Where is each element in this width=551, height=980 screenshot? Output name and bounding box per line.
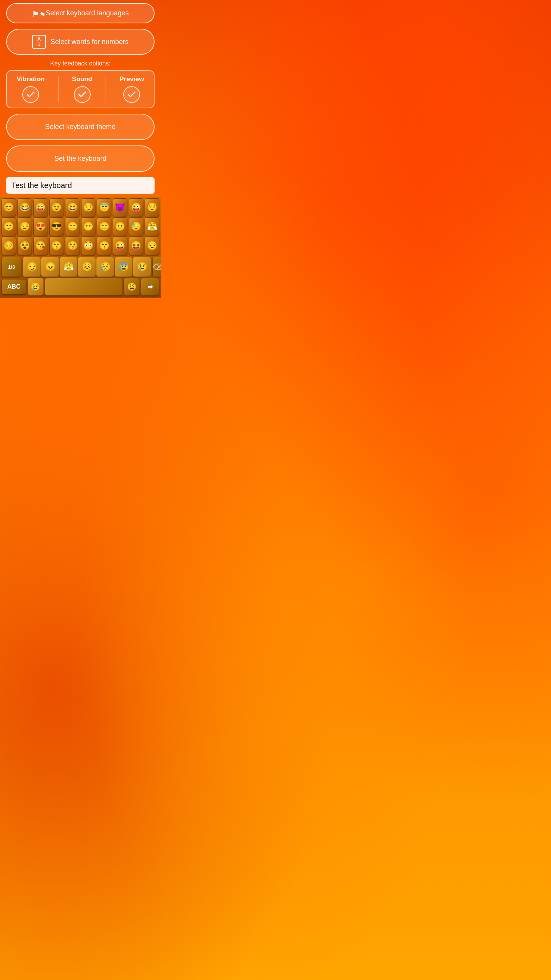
emoji-row-3: 😔 😵 😘 😗 😚 😳 😙 😜 😝 😒 [1,237,160,255]
set-keyboard-button[interactable]: Set the keyboard [6,145,155,172]
select-theme-button[interactable]: Select keyboard theme [6,114,155,140]
page-indicator: 1/3 [8,264,15,270]
select-words-button[interactable]: A 1 Select words for numbers [6,29,155,55]
select-languages-button[interactable]: ⚑ Select keyboard languages [6,3,155,23]
backspace-key[interactable]: ⌫ [152,257,161,277]
test-keyboard-input[interactable] [6,177,155,194]
emoji-key[interactable]: 😣 [78,257,96,277]
emoji-key[interactable]: 🙂 [2,217,16,236]
preview-label: Preview [119,75,144,83]
divider-2 [106,76,106,103]
select-languages-label: Select keyboard languages [46,9,129,17]
emoji-row-2: 🙂 😒 😍 😎 😑 😶 😑 😐 😓 😤 [1,217,160,236]
sound-option[interactable]: Sound [72,75,92,103]
emoji-key[interactable]: 😤 [145,217,159,236]
abc-label: ABC [7,283,21,290]
enter-key[interactable]: ➡ [141,278,159,296]
preview-option[interactable]: Preview [119,75,144,103]
emoji-key[interactable]: 😐 [113,217,127,236]
emoji-key[interactable]: 😊 [2,198,16,217]
sound-check[interactable] [74,86,91,103]
space-key[interactable] [45,278,122,296]
flag-icon: ⚑ [32,10,41,17]
vibration-option[interactable]: Vibration [16,75,44,103]
a1-icon: A 1 [32,35,46,49]
emoji-key[interactable]: 😵 [17,237,32,255]
emoji-key[interactable]: 😒 [145,237,159,255]
emoji-key[interactable]: 😜 [129,198,143,217]
emoji-key[interactable]: 😳 [81,237,96,255]
emoji-key[interactable]: 😌 [145,198,159,217]
emoji-bottom-key[interactable]: 😩 [124,278,140,296]
divider-1 [58,76,59,103]
emoji-key[interactable]: 😰 [114,257,133,277]
preview-check[interactable] [123,86,140,103]
emoji-key[interactable]: 😂 [17,198,32,217]
emoji-key[interactable]: 😶 [81,217,96,236]
emoji-face-key[interactable]: 😢 [28,278,44,296]
emoji-key[interactable]: 😑 [65,217,80,236]
emoji-key[interactable]: 😜 [113,237,127,255]
emoji-key[interactable]: 😚 [65,237,80,255]
emoji-key[interactable]: 😉 [49,198,64,217]
select-theme-label: Select keyboard theme [45,123,116,131]
emoji-key[interactable]: 😙 [97,237,111,255]
set-keyboard-label: Set the keyboard [54,155,106,163]
emoji-key[interactable]: 😈 [113,198,127,217]
emoji-key[interactable]: 😏 [23,257,41,277]
emoji-key[interactable]: 😓 [129,217,143,236]
emoji-key[interactable]: 😥 [96,257,114,277]
feedback-label: Key feedback options: [50,60,110,67]
emoji-key[interactable]: 😤 [59,257,78,277]
emoji-keyboard: 😊 😂 😜 😉 😆 😏 😇 😈 😜 😌 🙂 😒 😍 😎 😑 😶 😑 😐 😓 😤 [0,197,161,298]
emoji-key[interactable]: 😎 [49,217,64,236]
feedback-section: Key feedback options: Vibration Sound [6,60,155,108]
page-indicator-key[interactable]: 1/3 [2,257,21,277]
abc-key[interactable]: ABC [2,279,26,294]
emoji-key[interactable]: 😜 [33,198,48,217]
emoji-row-1: 😊 😂 😜 😉 😆 😏 😇 😈 😜 😌 [1,198,160,217]
emoji-key[interactable]: 😔 [2,237,16,255]
feedback-options-container: Vibration Sound Preview [6,70,155,108]
emoji-key[interactable]: 😝 [129,237,143,255]
vibration-check[interactable] [22,86,39,103]
emoji-key[interactable]: 😏 [81,198,96,217]
emoji-rows: 😊 😂 😜 😉 😆 😏 😇 😈 😜 😌 🙂 😒 😍 😎 😑 😶 😑 😐 😓 😤 [0,197,161,256]
emoji-key[interactable]: 😇 [97,198,111,217]
emoji-key[interactable]: 😘 [33,237,48,255]
special-emojis: 😏 😠 😤 😣 😥 😰 😢 [23,257,151,277]
emoji-key[interactable]: 😠 [41,257,59,277]
special-emoji-row: 1/3 😏 😠 😤 😣 😥 😰 😢 ⌫ [0,256,161,277]
sound-label: Sound [72,75,92,83]
emoji-key[interactable]: 😆 [65,198,80,217]
emoji-key[interactable]: 😑 [97,217,111,236]
emoji-key[interactable]: 😢 [133,257,151,277]
emoji-key[interactable]: 😒 [17,217,32,236]
vibration-label: Vibration [16,75,44,83]
emoji-key[interactable]: 😗 [49,237,64,255]
keyboard-bottom-row: ABC 😢 😩 ➡ [0,277,161,297]
emoji-key[interactable]: 😍 [33,217,48,236]
select-words-label: Select words for numbers [51,38,129,46]
